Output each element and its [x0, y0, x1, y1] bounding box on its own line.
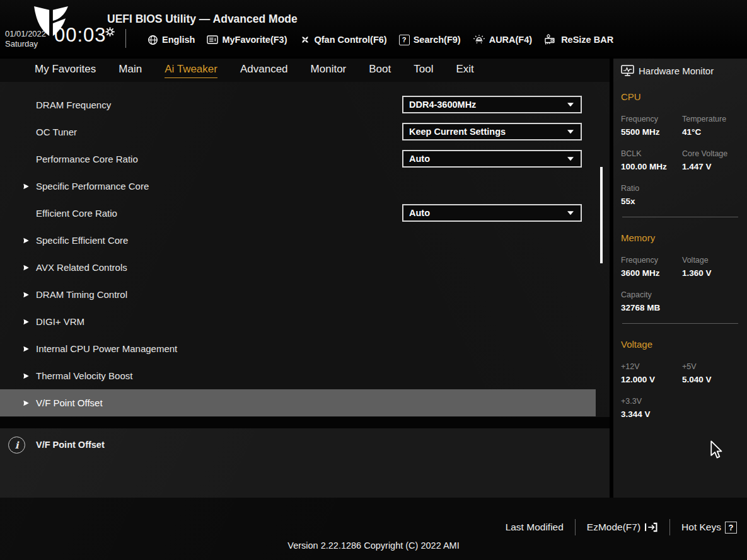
menu-item-resize-bar[interactable]: ReSize BAR	[544, 34, 613, 45]
menu-item-label: Search(F9)	[414, 35, 461, 45]
submenu-arrow-icon	[23, 318, 30, 325]
setting-row-digi-vrm[interactable]: DIGI+ VRM	[0, 308, 610, 335]
hardware-monitor-sections: CPUFrequency5500 MHzTemperature41°CBCLK1…	[621, 91, 739, 419]
setting-label: Internal CPU Power Management	[36, 343, 177, 354]
info-icon: i	[8, 437, 25, 454]
section-divider	[622, 323, 738, 324]
tab-main[interactable]: Main	[119, 63, 142, 78]
setting-row-v-f-point-offset[interactable]: V/F Point Offset	[0, 389, 596, 416]
tab-exit[interactable]: Exit	[456, 63, 473, 78]
version-text: Version 2.22.1286 Copyright (C) 2022 AMI	[0, 540, 747, 551]
setting-row-efficient-core-ratio[interactable]: Efficient Core RatioAuto	[0, 200, 610, 227]
menu-item-aura-f4[interactable]: AURA(F4)	[473, 35, 532, 45]
hm-reading-value: 100.00 MHz	[621, 162, 682, 171]
hm-reading-value: 41°C	[682, 127, 739, 137]
menu-item-search-f9[interactable]: ?Search(F9)	[399, 35, 461, 45]
hm-reading-frequency: Frequency3600 MHz	[621, 256, 682, 278]
setting-row-specific-efficient-core[interactable]: Specific Efficient Core	[0, 227, 610, 254]
tab-tool[interactable]: Tool	[414, 63, 433, 78]
fan-icon	[299, 35, 311, 45]
hardware-monitor-icon	[621, 65, 634, 76]
tab-advanced[interactable]: Advanced	[240, 63, 288, 78]
ezmode-button[interactable]: EzMode(F7)	[587, 522, 658, 533]
hm-reading-capacity: Capacity32768 MB	[621, 290, 682, 312]
hm-reading-label: Ratio	[621, 184, 682, 193]
hm-reading-label: +12V	[621, 362, 682, 371]
hm-reading-label: Core Voltage	[682, 149, 739, 158]
hm-reading-value: 3600 MHz	[621, 268, 682, 278]
setting-row-internal-cpu-power-management[interactable]: Internal CPU Power Management	[0, 335, 610, 362]
setting-row-thermal-velocity-boost[interactable]: Thermal Velocity Boost	[0, 362, 610, 389]
globe-icon	[148, 35, 158, 45]
footer-divider	[669, 519, 670, 535]
hm-reading-label: Capacity	[621, 290, 682, 299]
hm-section-title: CPU	[621, 91, 739, 102]
setting-label: DRAM Frequency	[36, 100, 111, 110]
submenu-arrow-icon	[23, 264, 30, 271]
dram-frequency-dropdown[interactable]: DDR4-3600MHz	[402, 96, 582, 113]
setting-row-avx-related-controls[interactable]: AVX Related Controls	[0, 254, 610, 281]
favorites-list-icon	[207, 35, 218, 45]
chevron-down-icon	[567, 130, 574, 134]
menu-item-label: AURA(F4)	[489, 35, 532, 45]
chevron-down-icon	[567, 211, 574, 215]
hm-section-title: Voltage	[621, 339, 739, 350]
efficient-core-ratio-dropdown[interactable]: Auto	[402, 204, 582, 222]
last-modified-button[interactable]: Last Modified	[506, 522, 564, 533]
setting-label: Thermal Velocity Boost	[36, 370, 132, 381]
chevron-down-icon	[567, 157, 574, 161]
menu-item-label: ReSize BAR	[561, 35, 613, 45]
settings-scrollbar[interactable]	[600, 167, 603, 263]
oc-tuner-dropdown[interactable]: Keep Current Settings	[402, 123, 582, 140]
setting-row-dram-timing-control[interactable]: DRAM Timing Control	[0, 281, 610, 308]
setting-label: OC Tuner	[36, 127, 77, 137]
hm-reading-value: 1.360 V	[682, 268, 739, 278]
list-bottom-divider	[0, 417, 610, 428]
hot-keys-button[interactable]: Hot Keys ?	[681, 522, 737, 534]
menu-item-english[interactable]: English	[148, 35, 195, 45]
dropdown-value: DDR4-3600MHz	[409, 100, 476, 110]
tab-monitor[interactable]: Monitor	[311, 63, 347, 78]
submenu-arrow-icon	[23, 237, 30, 244]
hm-reading-voltage: Voltage1.360 V	[682, 256, 739, 278]
tab-ai-tweaker[interactable]: Ai Tweaker	[165, 63, 217, 78]
tab-boot[interactable]: Boot	[369, 63, 391, 78]
setting-row-oc-tuner[interactable]: OC TunerKeep Current Settings	[0, 118, 610, 146]
footer-bar: Last Modified EzMode(F7) Hot Keys ?	[0, 498, 747, 560]
setting-label: Efficient Core Ratio	[36, 208, 117, 219]
header-divider	[125, 29, 126, 48]
settings-list: DRAM FrequencyDDR4-3600MHzOC TunerKeep C…	[0, 82, 610, 416]
hm-reading-value: 1.447 V	[682, 162, 739, 171]
ezmode-label: EzMode(F7)	[587, 522, 640, 533]
hm-reading-value: 55x	[621, 197, 682, 206]
hm-reading-row: Frequency5500 MHzTemperature41°C	[621, 115, 739, 137]
hm-section-cpu: CPUFrequency5500 MHzTemperature41°CBCLK1…	[621, 91, 739, 206]
menu-item-qfan-control-f6[interactable]: Qfan Control(F6)	[299, 35, 387, 45]
hardware-monitor-title: Hardware Monitor	[639, 66, 714, 76]
setting-label: AVX Related Controls	[36, 262, 127, 273]
hm-reading-label: +5V	[682, 362, 739, 371]
hm-reading-label: Frequency	[621, 115, 682, 123]
hm-reading-core-voltage: Core Voltage1.447 V	[682, 149, 739, 171]
hm-reading-ratio: Ratio55x	[621, 184, 682, 206]
setting-row-dram-frequency[interactable]: DRAM FrequencyDDR4-3600MHz	[0, 91, 610, 118]
tab-my-favorites[interactable]: My Favorites	[35, 63, 96, 78]
hm-reading-row: Capacity32768 MB	[621, 290, 739, 312]
hm-reading-label: Temperature	[682, 115, 739, 123]
hm-reading-row: +3.3V3.344 V	[621, 397, 739, 419]
page-title: UEFI BIOS Utility — Advanced Mode	[107, 13, 298, 26]
dropdown-value: Auto	[409, 208, 430, 218]
resize-bar-gpu-icon	[544, 34, 557, 45]
hm-section-title: Memory	[621, 232, 739, 243]
menu-item-label: MyFavorite(F3)	[222, 35, 287, 45]
performance-core-ratio-dropdown[interactable]: Auto	[402, 150, 582, 168]
menu-item-myfavorite-f3[interactable]: MyFavorite(F3)	[207, 35, 287, 45]
hm-reading-row: BCLK100.00 MHzCore Voltage1.447 V	[621, 149, 739, 171]
hm-reading-frequency: Frequency5500 MHz	[621, 115, 682, 137]
time-settings-gear-icon[interactable]	[105, 27, 115, 37]
setting-row-performance-core-ratio[interactable]: Performance Core RatioAuto	[0, 146, 610, 173]
setting-row-specific-performance-core[interactable]: Specific Performance Core	[0, 173, 610, 200]
date-display: 01/01/2022 Saturday	[5, 29, 46, 49]
setting-label: Specific Performance Core	[36, 181, 149, 191]
header-bar: UEFI BIOS Utility — Advanced Mode 01/01/…	[0, 0, 747, 57]
